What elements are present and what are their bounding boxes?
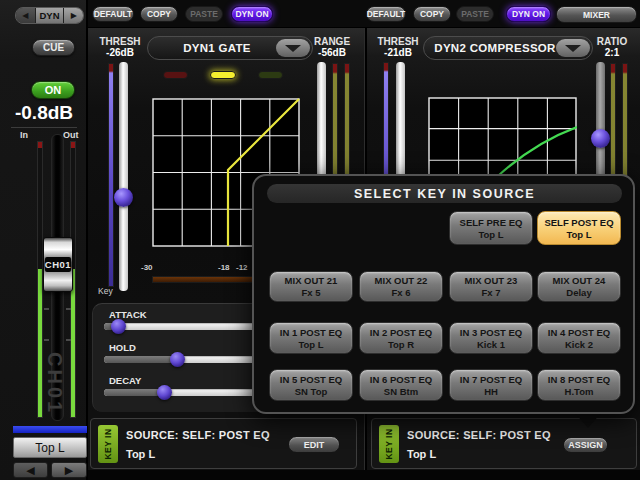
dyn1-keyin-source: SOURCE: SELF: POST EQ xyxy=(126,429,270,441)
fader-channel-label: CH01 xyxy=(45,257,71,272)
keyin-source-mix-out-21[interactable]: MIX OUT 21Fx 5 xyxy=(269,271,353,302)
channel-on-button[interactable]: ON xyxy=(31,81,75,99)
key-scale-12: -12 xyxy=(236,263,248,272)
fader-tick xyxy=(44,308,49,310)
hold-knob[interactable] xyxy=(170,352,185,367)
dyn2-keyin-source: SOURCE: SELF: POST EQ xyxy=(407,429,551,441)
dyn1-keyin-bar: KEY IN SOURCE: SELF: POST EQ Top L EDIT xyxy=(90,418,357,469)
arrow-right-icon: ▶ xyxy=(65,464,73,477)
hold-label: HOLD xyxy=(109,342,136,353)
keyin-source-self-post-eq[interactable]: SELF POST EQTop L xyxy=(537,211,621,245)
keyin-tag: KEY IN xyxy=(379,425,399,463)
dyn2-paste-button[interactable]: PASTE xyxy=(456,6,494,22)
fader-tick xyxy=(66,339,71,341)
keyin-source-in-2-post-eq[interactable]: IN 2 POST EQTop R xyxy=(359,322,443,354)
keyin-source-self-pre-eq[interactable]: SELF PRE EQTop L xyxy=(449,211,533,245)
key-scale-18: -18 xyxy=(218,263,230,272)
chevron-left-icon: ◀ xyxy=(22,11,28,20)
gate-led-mid xyxy=(210,71,236,79)
select-keyin-source-popup: SELECT KEY IN SOURCE SELF PRE EQTop L SE… xyxy=(252,174,635,414)
page-prev-button[interactable]: ◀ xyxy=(16,8,36,23)
gate-led-closed xyxy=(163,71,188,79)
out-meter-label: Out xyxy=(63,130,79,140)
page-selector: ◀ DYN ▶ xyxy=(15,7,84,24)
prev-channel-button[interactable]: ◀ xyxy=(13,462,48,478)
dyn1-paste-button[interactable]: PASTE xyxy=(185,6,223,22)
dyn1-range-label: RANGE xyxy=(308,36,356,47)
next-channel-button[interactable]: ▶ xyxy=(51,462,87,478)
keyin-edit-button[interactable]: EDIT xyxy=(288,436,340,453)
dyn1-range-value: -56dB xyxy=(308,47,356,58)
page-label: DYN xyxy=(36,8,64,23)
keyin-source-in-6-post-eq[interactable]: IN 6 POST EQSN Btm xyxy=(359,369,443,401)
keyin-source-in-1-post-eq[interactable]: IN 1 POST EQTop L xyxy=(269,322,353,354)
fader-tick xyxy=(66,308,71,310)
keyin-source-in-7-post-eq[interactable]: IN 7 POST EQHH xyxy=(449,369,533,401)
dyn1-keyin-meter xyxy=(108,63,114,287)
dyn1-on-button[interactable]: DYN ON xyxy=(231,6,273,22)
dyn1-thresh-label: THRESH xyxy=(96,36,144,47)
decay-knob[interactable] xyxy=(157,385,172,400)
decay-label: DECAY xyxy=(109,375,141,386)
dropdown-arrow-icon[interactable] xyxy=(556,39,590,57)
dyn2-ratio-label: RATIO xyxy=(588,36,636,47)
dyn2-ratio-value: 2:1 xyxy=(588,47,636,58)
page-next-button[interactable]: ▶ xyxy=(63,8,83,23)
keyin-source-in-4-post-eq[interactable]: IN 4 POST EQKick 2 xyxy=(537,322,621,354)
keyin-source-mix-out-22[interactable]: MIX OUT 22Fx 6 xyxy=(359,271,443,302)
in-meter-label: In xyxy=(20,130,28,140)
top-toolbar: DEFAULT COPY PASTE DYN ON DEFAULT COPY P… xyxy=(88,0,640,28)
dyn1-thresh-slider-track[interactable] xyxy=(119,62,128,291)
dyn2-ratio-knob[interactable] xyxy=(591,129,610,148)
attack-label: ATTACK xyxy=(109,309,147,320)
keyin-source-in-8-post-eq[interactable]: IN 8 POST EQH.Tom xyxy=(537,369,621,401)
dyn2-on-button[interactable]: DYN ON xyxy=(506,6,551,22)
mixer-button[interactable]: MIXER xyxy=(556,6,637,23)
dyn1-copy-button[interactable]: COPY xyxy=(140,6,178,22)
attack-knob[interactable] xyxy=(111,319,126,334)
dyn1-thresh-knob[interactable] xyxy=(114,188,133,207)
dyn2-thresh-value: -21dB xyxy=(374,47,422,58)
dyn2-thresh-label: THRESH xyxy=(374,36,422,47)
dyn1-keyin-channel: Top L xyxy=(126,448,155,460)
channel-color-bar xyxy=(13,426,87,433)
channel-fader-knob[interactable]: CH01 xyxy=(43,237,73,292)
popup-title: SELECT KEY IN SOURCE xyxy=(267,184,622,203)
dyn1-type-label: DYN1 GATE xyxy=(156,37,278,59)
keyin-source-in-5-post-eq[interactable]: IN 5 POST EQSN Top xyxy=(269,369,353,401)
divider xyxy=(11,127,77,128)
dyn1-thresh-value: -26dB xyxy=(96,47,144,58)
key-scale-30: -30 xyxy=(141,263,153,272)
dynamics-screen: DEFAULT COPY PASTE DYN ON DEFAULT COPY P… xyxy=(0,0,640,480)
cue-button[interactable]: CUE xyxy=(32,39,75,56)
dyn2-default-button[interactable]: DEFAULT xyxy=(366,6,406,22)
dyn1-default-button[interactable]: DEFAULT xyxy=(92,6,134,22)
keyin-assign-button[interactable]: ASSIGN xyxy=(563,437,608,453)
channel-name-label: Top L xyxy=(13,437,87,458)
channel-strip-sidebar: ◀ DYN ▶ CUE ON -0.8dB In Out CH01 CH01 T… xyxy=(0,0,88,480)
dyn2-copy-button[interactable]: COPY xyxy=(413,6,451,22)
fader-tick xyxy=(44,339,49,341)
gate-led-open xyxy=(258,71,283,79)
keyin-source-in-3-post-eq[interactable]: IN 3 POST EQKick 1 xyxy=(449,322,533,354)
dyn2-type-dropdown[interactable]: DYN2 COMPRESSOR xyxy=(423,36,593,60)
keyin-source-mix-out-23[interactable]: MIX OUT 23Fx 7 xyxy=(449,271,533,302)
fader-gain-readout: -0.8dB xyxy=(0,102,88,124)
dyn2-type-label: DYN2 COMPRESSOR xyxy=(432,37,558,59)
chevron-right-icon: ▶ xyxy=(71,11,77,20)
dyn1-type-dropdown[interactable]: DYN1 GATE xyxy=(147,36,313,60)
popup-tail-pointer xyxy=(574,412,602,428)
arrow-left-icon: ◀ xyxy=(26,464,34,477)
dyn2-keyin-channel: Top L xyxy=(407,448,436,460)
dropdown-arrow-icon[interactable] xyxy=(276,39,310,57)
channel-watermark: CH01 xyxy=(43,352,66,415)
keyin-source-mix-out-24[interactable]: MIX OUT 24Delay xyxy=(537,271,621,302)
keyin-tag: KEY IN xyxy=(98,425,118,463)
key-meter-label: Key xyxy=(98,286,113,296)
